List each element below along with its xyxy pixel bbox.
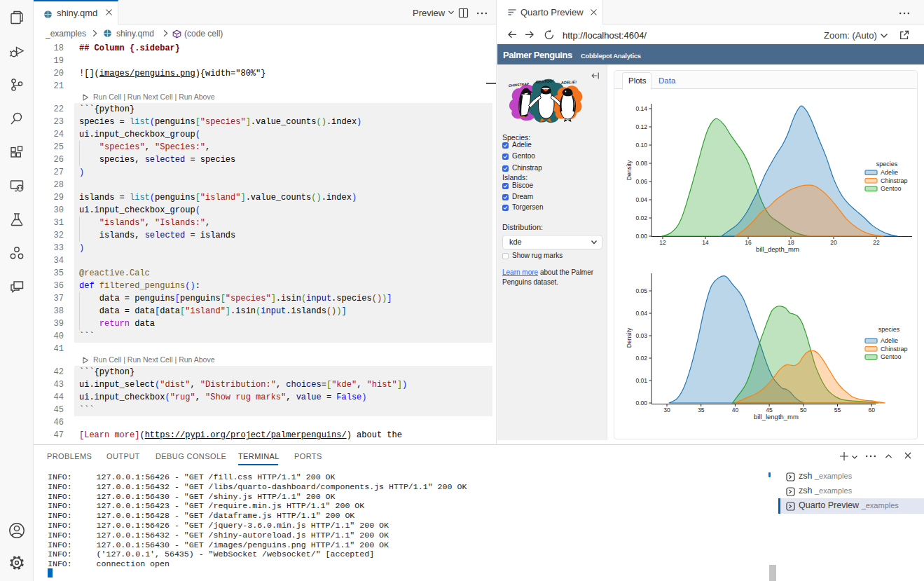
svg-text:16: 16 [745,239,752,246]
svg-text:0.14: 0.14 [635,105,647,112]
svg-text:Chinstrap: Chinstrap [881,346,908,353]
svg-text:Adelie: Adelie [881,337,898,344]
svg-text:0.00: 0.00 [635,399,647,406]
svg-text:Gentoo: Gentoo [881,185,902,192]
svg-text:14: 14 [702,239,709,246]
svg-text:0.00: 0.00 [635,233,647,240]
svg-text:40: 40 [732,406,739,413]
svg-text:20: 20 [830,239,837,246]
svg-text:50: 50 [800,406,807,413]
svg-text:ADELIE!: ADELIE! [560,80,577,85]
svg-text:0.08: 0.08 [635,160,647,167]
svg-text:0.02: 0.02 [635,214,647,221]
svg-text:Adelie: Adelie [881,169,898,176]
svg-text:0.05: 0.05 [635,287,647,294]
svg-text:0.04: 0.04 [635,196,647,203]
svg-text:0.12: 0.12 [635,123,647,130]
svg-text:0.01: 0.01 [635,377,647,384]
svg-text:60: 60 [868,406,875,413]
svg-text:0.06: 0.06 [635,178,647,185]
svg-text:12: 12 [659,239,666,246]
svg-text:55: 55 [834,406,841,413]
svg-text:bill_length_mm: bill_length_mm [754,413,799,421]
svg-text:Chinstrap: Chinstrap [881,177,908,184]
svg-text:Density: Density [626,327,633,348]
svg-text:0.03: 0.03 [635,332,647,339]
svg-text:0.04: 0.04 [635,310,647,317]
svg-text:0.10: 0.10 [635,142,647,149]
svg-text:Gentoo: Gentoo [881,353,902,360]
svg-text:species: species [876,160,898,168]
svg-text:bill_depth_mm: bill_depth_mm [756,245,799,253]
svg-text:35: 35 [698,406,705,413]
svg-text:0.02: 0.02 [635,355,647,362]
svg-text:species: species [878,326,900,333]
svg-text:30: 30 [663,406,670,413]
svg-text:Density: Density [626,160,633,180]
svg-text:22: 22 [873,239,880,246]
